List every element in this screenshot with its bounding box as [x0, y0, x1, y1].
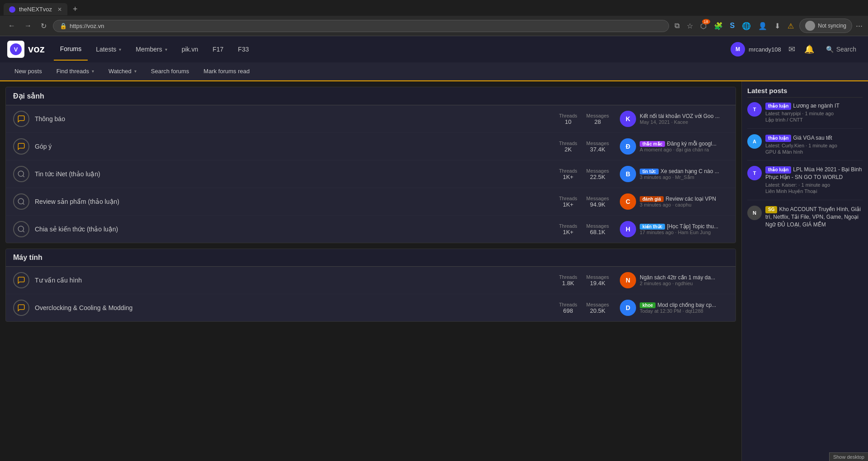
sync-button[interactable]: Not syncing — [799, 19, 852, 33]
forum-icon — [13, 193, 29, 210]
user-icon[interactable]: 👤 — [756, 21, 769, 31]
threads-stat: Threads698 — [559, 302, 577, 314]
mail-icon[interactable]: ✉ — [787, 42, 797, 56]
forum-latest: KKết nối tài khoản VOZ với Goo ...May 14… — [620, 111, 728, 127]
logo-icon: V — [7, 41, 24, 58]
latests-chevron: ▾ — [119, 47, 121, 52]
forum-latest: Cđánh giáReview các loại VPN3 minutes ag… — [620, 193, 728, 210]
forum-stats: Threads1K+Messages94.9K — [559, 196, 609, 208]
lp-title[interactable]: thảo luậnGiá VGA sau tết — [765, 134, 863, 142]
latest-post-item: Tthảo luậnLương ae ngành ITLatest: harry… — [747, 102, 863, 129]
puzzle-icon[interactable]: 🧩 — [712, 21, 725, 31]
address-right-icons: ⧉ ☆ 18 ⬡ 🧩 S 🌐 👤 ⬇ ⚠ Not syncing ··· — [673, 19, 863, 33]
latest-thread-title[interactable]: Ngân sách 42tr cần 1 máy da... — [640, 274, 728, 281]
latest-thread-title[interactable]: khoeMod clip chống bay cp... — [640, 302, 728, 308]
svg-line-5 — [23, 203, 24, 204]
site-nav: V voz Forums Latests ▾ Members ▾ pik.vn … — [0, 36, 868, 62]
forum-name[interactable]: Góp ý — [35, 143, 554, 150]
user-area[interactable]: M mrcandy108 — [731, 42, 781, 56]
forums-main: Đại sảnhThông báoThreads10Messages28KKết… — [0, 81, 741, 461]
user-avatar: M — [731, 42, 745, 56]
url-input[interactable]: 🔒 https://voz.vn — [53, 20, 669, 32]
sub-nav-watched[interactable]: Watched ▾ — [101, 62, 144, 80]
tab-title: theNEXTvoz — [19, 6, 52, 13]
forum-name[interactable]: Tin tức iNet (thảo luận) — [35, 170, 554, 178]
site-header: V voz Forums Latests ▾ Members ▾ pik.vn … — [0, 36, 868, 81]
url-text: https://voz.vn — [70, 23, 662, 29]
lp-title[interactable]: thảo luậnLPL Mùa Hè 2021 - Bại Binh Phục… — [765, 166, 863, 181]
sidebar-posts: Tthảo luậnLương ae ngành ITLatest: harry… — [747, 102, 863, 234]
forward-button[interactable]: → — [22, 20, 34, 32]
sub-nav-search-forums[interactable]: Search forums — [144, 62, 197, 80]
threads-stat: Threads1K+ — [559, 196, 577, 208]
tab-close-button[interactable]: ✕ — [57, 6, 62, 13]
nav-members[interactable]: Members ▾ — [129, 38, 173, 60]
latest-thread-title[interactable]: Kết nối tài khoản VOZ với Goo ... — [640, 113, 728, 119]
latest-thread-meta: 17 minutes ago · Ham Eun Jung — [640, 230, 728, 235]
forum-row: Review sản phẩm (thảo luận)Threads1K+Mes… — [6, 188, 736, 216]
main-layout: Đại sảnhThông báoThreads10Messages28KKết… — [0, 81, 868, 461]
messages-stat: Messages22.5K — [586, 168, 609, 180]
logo-text: voz — [28, 43, 45, 55]
section-header-1: Máy tính — [6, 249, 736, 267]
latest-thread-title[interactable]: đánh giáReview các loại VPN — [640, 196, 728, 202]
latest-thread-title[interactable]: thắc mắcĐăng ký mỗi googl... — [640, 141, 728, 147]
notification-badge[interactable]: 18 ⬡ — [698, 21, 708, 31]
latest-info: khoeMod clip chống bay cp...Today at 12:… — [640, 302, 728, 314]
logo-area[interactable]: V voz — [7, 36, 52, 62]
latest-info: đánh giáReview các loại VPN3 minutes ago… — [640, 196, 728, 207]
sub-nav-find-threads[interactable]: Find threads ▾ — [49, 62, 101, 80]
forum-latest: DkhoeMod clip chống bay cp...Today at 12… — [620, 300, 728, 316]
forum-icon — [13, 300, 29, 316]
forum-name[interactable]: Chia sẻ kiến thức (thảo luận) — [35, 226, 554, 233]
new-tab-button[interactable]: + — [69, 3, 81, 16]
thread-badge: tin tức — [640, 169, 659, 174]
bell-icon[interactable]: 🔔 — [802, 42, 816, 56]
latest-avatar: Đ — [620, 138, 636, 155]
star-icon[interactable]: ☆ — [685, 21, 695, 31]
forum-name[interactable]: Overclocking & Cooling & Modding — [35, 304, 554, 311]
forum-stats: Threads1K+Messages22.5K — [559, 168, 609, 180]
nav-forums[interactable]: Forums — [54, 38, 88, 61]
search-button[interactable]: 🔍 Search — [821, 43, 861, 56]
active-tab[interactable]: theNEXTvoz ✕ — [4, 3, 67, 15]
sub-nav-new-posts[interactable]: New posts — [7, 62, 49, 80]
forum-name[interactable]: Thông báo — [35, 115, 554, 122]
warning-icon[interactable]: ⚠ — [786, 21, 796, 31]
threads-stat: Threads1.8K — [559, 274, 577, 287]
latest-info: thắc mắcĐăng ký mỗi googl...A moment ago… — [640, 141, 728, 153]
forum-row: Chia sẻ kiến thức (thảo luận)Threads1K+M… — [6, 216, 736, 243]
download-icon[interactable]: ⬇ — [773, 21, 782, 31]
svg-point-4 — [18, 198, 24, 204]
lp-content: SGKho ACCOUNT Truyền Hình, Giải trí, Net… — [765, 206, 863, 229]
refresh-button[interactable]: ↻ — [38, 20, 49, 32]
forum-latest: Hkiến thức[Học Tập] Topic thu...17 minut… — [620, 221, 728, 237]
nav-f33[interactable]: F33 — [231, 38, 255, 60]
extensions-icon[interactable]: ⧉ — [673, 21, 681, 31]
back-button[interactable]: ← — [5, 20, 18, 32]
latest-post-item: NSGKho ACCOUNT Truyền Hình, Giải trí, Ne… — [747, 206, 863, 234]
threads-stat: Threads10 — [559, 113, 577, 125]
lp-title[interactable]: thảo luậnLương ae ngành IT — [765, 102, 863, 110]
lp-title[interactable]: SGKho ACCOUNT Truyền Hình, Giải trí, Net… — [765, 206, 863, 229]
section-title-0: Đại sảnh — [13, 92, 728, 100]
nav-pikvn[interactable]: pik.vn — [175, 38, 205, 60]
latest-info: tin tứcXe sedan hạng C nào ...3 minutes … — [640, 168, 728, 180]
latest-avatar: H — [620, 221, 636, 237]
nav-f17[interactable]: F17 — [206, 38, 230, 60]
sub-nav-mark-read[interactable]: Mark forums read — [196, 62, 257, 80]
section-1: Máy tínhTư vấn cấu hìnhThreads1.8KMessag… — [5, 249, 736, 322]
latest-thread-title[interactable]: kiến thức[Học Tập] Topic thu... — [640, 223, 728, 230]
forum-name[interactable]: Tư vấn cấu hình — [35, 277, 554, 284]
browser-more-button[interactable]: ··· — [856, 21, 863, 31]
nav-latests[interactable]: Latests ▾ — [90, 38, 127, 60]
latest-thread-title[interactable]: tin tứcXe sedan hạng C nào ... — [640, 168, 728, 174]
forum-row: Thông báoThreads10Messages28KKết nối tài… — [6, 105, 736, 133]
globe-icon[interactable]: 🌐 — [740, 21, 753, 31]
forum-name[interactable]: Review sản phẩm (thảo luận) — [35, 198, 554, 205]
forum-stats: Threads1K+Messages68.1K — [559, 223, 609, 235]
forum-latest: NNgân sách 42tr cần 1 máy da...2 minutes… — [620, 272, 728, 288]
username: mrcandy108 — [749, 46, 781, 53]
s-icon[interactable]: S — [728, 21, 737, 31]
show-desktop-button[interactable]: Show desktop — [829, 452, 868, 461]
